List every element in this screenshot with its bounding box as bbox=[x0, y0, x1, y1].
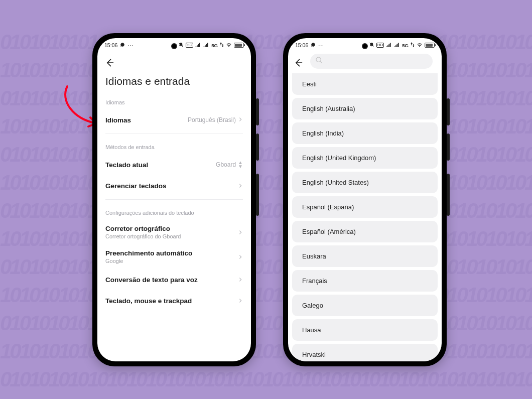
language-list[interactable]: Eesti English (Australia) English (India… bbox=[288, 73, 442, 361]
language-item[interactable]: Español (España) bbox=[292, 196, 438, 218]
hd-icon: HD bbox=[186, 43, 194, 48]
signal-icon bbox=[386, 42, 392, 48]
language-item-label: Español (América) bbox=[302, 228, 356, 235]
language-item-label: Hausa bbox=[302, 326, 321, 334]
language-item-label: English (United States) bbox=[302, 179, 369, 186]
row-peripherals[interactable]: Teclado, mouse e trackpad bbox=[97, 290, 251, 311]
row-spellcheck[interactable]: Corretor ortográfico Corretor ortográfic… bbox=[97, 220, 251, 244]
row-spellcheck-label: Corretor ortográfico bbox=[105, 225, 181, 232]
wifi-icon bbox=[226, 42, 232, 48]
search-input[interactable] bbox=[310, 54, 433, 69]
chevron-right-icon bbox=[238, 116, 243, 123]
hd-icon: HD bbox=[376, 43, 384, 48]
row-autofill-sub: Google bbox=[105, 258, 192, 264]
screen-right: 15:06 ··· HD bbox=[288, 38, 442, 361]
language-item-label: Galego bbox=[302, 302, 323, 309]
row-peripherals-label: Teclado, mouse e trackpad bbox=[105, 297, 192, 305]
chevron-right-icon bbox=[238, 296, 243, 305]
language-item-label: Hrvatski bbox=[302, 351, 326, 358]
network-label: 5G bbox=[402, 43, 409, 48]
divider bbox=[105, 134, 243, 134]
row-languages-label: Idiomas bbox=[105, 116, 131, 124]
sort-icon: ▲▼ bbox=[238, 161, 243, 169]
statusbar-time: 15:06 bbox=[104, 42, 117, 48]
chevron-right-icon bbox=[238, 275, 243, 284]
phone-frame-right: 15:06 ··· HD bbox=[283, 33, 447, 366]
language-item-label: English (India) bbox=[302, 129, 344, 137]
row-spellcheck-sub: Corretor ortográfico do Gboard bbox=[105, 233, 181, 239]
language-item[interactable]: Euskara bbox=[292, 245, 438, 267]
chat-bubble-icon bbox=[311, 42, 316, 48]
more-icon: ··· bbox=[318, 42, 324, 48]
battery-icon bbox=[425, 43, 435, 48]
screen-left: 15:06 ··· HD bbox=[97, 38, 251, 361]
signal-icon-2 bbox=[203, 42, 209, 48]
statusbar-time: 15:06 bbox=[295, 42, 308, 48]
language-item[interactable]: Eesti bbox=[292, 73, 438, 95]
row-current-keyboard-label: Teclado atual bbox=[105, 161, 148, 169]
signal-icon-2 bbox=[394, 42, 400, 48]
language-item[interactable]: Galego bbox=[292, 295, 438, 316]
row-autofill[interactable]: Preenchimento automático Google bbox=[97, 244, 251, 269]
front-camera-icon bbox=[171, 43, 177, 49]
row-languages-value: Português (Brasil) bbox=[188, 116, 236, 123]
language-item-label: English (Australia) bbox=[302, 105, 355, 112]
svg-line-3 bbox=[320, 61, 322, 63]
language-item-label: Eesti bbox=[302, 80, 317, 88]
row-autofill-label: Preenchimento automático bbox=[105, 249, 192, 257]
language-item[interactable]: Hrvatski bbox=[292, 344, 438, 361]
back-button[interactable] bbox=[104, 58, 114, 68]
row-tts[interactable]: Conversão de texto para voz bbox=[97, 269, 251, 290]
row-tts-label: Conversão de texto para voz bbox=[105, 276, 198, 284]
language-item[interactable]: Français bbox=[292, 270, 438, 292]
chevron-right-icon bbox=[238, 252, 243, 261]
row-manage-keyboards-label: Gerenciar teclados bbox=[105, 182, 167, 190]
language-item[interactable]: English (Australia) bbox=[292, 98, 438, 119]
language-item[interactable]: Español (América) bbox=[292, 221, 438, 242]
language-item-label: Español (España) bbox=[302, 203, 354, 211]
data-arrows-icon bbox=[220, 42, 224, 48]
section-additional: Configurações adicionais do teclado bbox=[97, 203, 251, 220]
chevron-right-icon bbox=[238, 228, 243, 237]
data-arrows-icon bbox=[411, 42, 415, 48]
language-item[interactable]: English (United States) bbox=[292, 172, 438, 193]
page-title: Idiomas e entrada bbox=[97, 73, 251, 92]
language-item-label: Euskara bbox=[302, 252, 326, 260]
row-current-keyboard[interactable]: Teclado atual Gboard ▲▼ bbox=[97, 154, 251, 175]
section-input-methods: Métodos de entrada bbox=[97, 137, 251, 154]
network-label: 5G bbox=[211, 43, 218, 48]
bell-off-icon bbox=[178, 42, 184, 49]
bell-off-icon bbox=[369, 42, 374, 49]
language-item-label: Français bbox=[302, 277, 327, 285]
language-item-label: English (United Kingdom) bbox=[302, 154, 376, 162]
front-camera-icon bbox=[362, 43, 368, 49]
divider bbox=[105, 199, 243, 200]
row-languages[interactable]: Idiomas Português (Brasil) bbox=[97, 109, 251, 130]
search-icon bbox=[315, 56, 323, 66]
svg-point-2 bbox=[316, 57, 321, 62]
section-languages: Idiomas bbox=[97, 92, 251, 109]
wifi-icon bbox=[417, 42, 423, 48]
signal-icon bbox=[195, 42, 201, 48]
phone-frame-left: 15:06 ··· HD bbox=[92, 33, 256, 366]
chat-bubble-icon bbox=[120, 42, 125, 48]
more-icon: ··· bbox=[127, 42, 134, 48]
row-current-keyboard-value: Gboard bbox=[216, 161, 236, 168]
language-item[interactable]: Hausa bbox=[292, 319, 438, 341]
back-button[interactable] bbox=[293, 58, 303, 68]
battery-icon bbox=[234, 43, 244, 48]
language-item[interactable]: English (India) bbox=[292, 122, 438, 144]
language-item[interactable]: English (United Kingdom) bbox=[292, 147, 438, 169]
chevron-right-icon bbox=[238, 181, 243, 190]
row-manage-keyboards[interactable]: Gerenciar teclados bbox=[97, 175, 251, 196]
